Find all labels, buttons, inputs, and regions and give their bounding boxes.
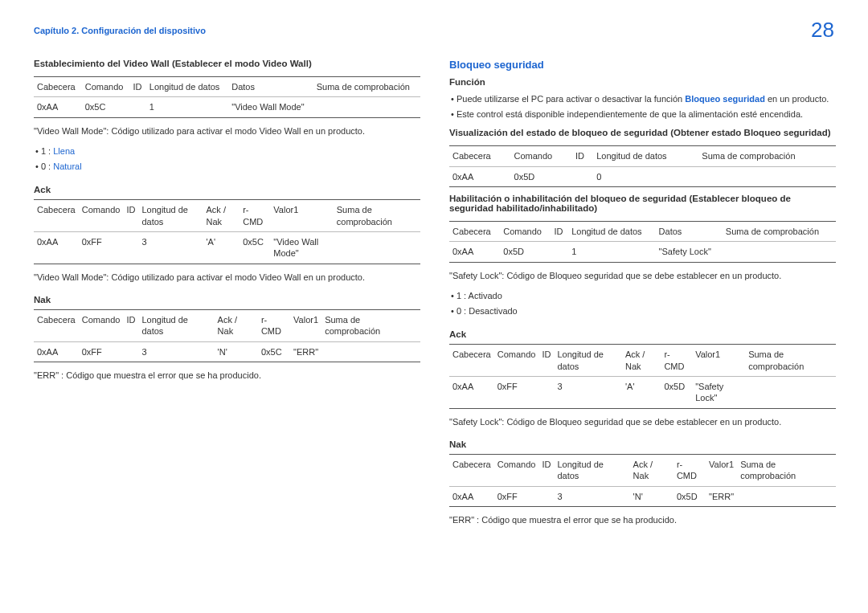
td [745, 377, 836, 409]
td: 0 [593, 166, 698, 186]
th: ID [123, 310, 138, 342]
td: 0xAA [449, 242, 500, 262]
td: 0x5C [82, 97, 130, 117]
td: 0xAA [34, 232, 79, 264]
right-title-blue: Bloqueo seguridad [449, 59, 836, 71]
table-row: 0xAA 0xFF 3 'N' 0x5D "ERR" [449, 486, 836, 506]
note-left-nak: "ERR" : Código que muestra el error que … [34, 369, 420, 382]
chapter-title: Capítulo 2. Configuración del dispositiv… [34, 26, 206, 35]
bullets-func: Puede utilizarse el PC para activar o de… [449, 92, 836, 121]
right-nak-title: Nak [449, 439, 836, 449]
td: 0x5D [500, 242, 551, 262]
td: 0xAA [449, 486, 494, 506]
td: 'A' [622, 377, 661, 409]
td: 0x5C [240, 232, 270, 264]
td [551, 242, 569, 262]
td [321, 341, 420, 362]
table-left-ack: Cabecera Comando ID Longitud de datos Ac… [34, 199, 420, 264]
list-item: Este control está disponible independien… [451, 107, 836, 122]
td: "ERR" [706, 486, 737, 506]
th: r-CMD [240, 200, 270, 232]
th: Suma de comprobación [723, 221, 836, 241]
td [334, 232, 420, 264]
td: 3 [554, 486, 629, 506]
th: Comando [79, 310, 124, 342]
td: "Safety Lock" [692, 377, 745, 409]
list-item: Puede utilizarse el PC para activar o de… [451, 92, 836, 107]
th: Suma de comprobación [313, 77, 420, 97]
th: Ack / Nak [203, 200, 240, 232]
th: Cabecera [34, 200, 79, 232]
td: 0xAA [34, 341, 79, 362]
bullets-videowall-mode: 1 : Llena 0 : Natural [34, 144, 420, 174]
th: ID [572, 146, 593, 166]
td [538, 486, 554, 506]
td [129, 97, 145, 117]
th: r-CMD [661, 345, 692, 377]
list-item: 1 : Llena [35, 144, 420, 159]
th: Comando [494, 455, 539, 487]
th: Comando [500, 221, 551, 241]
th: Cabecera [449, 146, 511, 166]
list-item: 0 : Desactivado [451, 304, 836, 319]
table-vis: Cabecera Comando ID Longitud de datos Su… [449, 145, 836, 187]
td: 'N' [630, 486, 674, 506]
td [123, 232, 138, 264]
table-row: 0xAA 0x5C 1 "Video Wall Mode" [34, 97, 420, 117]
th: Suma de comprobación [745, 345, 836, 377]
table-row: 0xAA 0xFF 3 'N' 0x5C "ERR" [34, 341, 420, 362]
th: ID [551, 221, 569, 241]
th: Comando [79, 200, 124, 232]
th: Comando [494, 345, 539, 377]
th: Valor1 [270, 200, 333, 232]
table-row: 0xAA 0x5D 0 [449, 166, 836, 186]
th: Longitud de datos [554, 345, 622, 377]
left-title-videowall-set: Establecimiento del Video Wall (Establec… [34, 59, 420, 68]
td: 0xFF [494, 377, 539, 409]
td: 0x5D [674, 486, 706, 506]
table-row: 0xAA 0xFF 3 'A' 0x5D "Safety Lock" [449, 377, 836, 409]
list-item: 1 : Activado [451, 288, 836, 304]
left-ack-title: Ack [34, 185, 420, 194]
td: 3 [138, 232, 203, 264]
th: Ack / Nak [630, 455, 674, 487]
td: 0x5D [661, 377, 692, 409]
right-hab-title: Habilitación o inhabilitación del bloque… [449, 194, 836, 213]
right-ack-title: Ack [449, 329, 836, 339]
th: Valor1 [692, 345, 745, 377]
th: Cabecera [449, 345, 494, 377]
note-left-ack: "Video Wall Mode": Código utilizado para… [34, 271, 420, 284]
th: Ack / Nak [215, 310, 258, 342]
td: 1 [568, 242, 655, 262]
td: 0xAA [449, 166, 511, 186]
th: Suma de comprobación [698, 146, 836, 166]
th: ID [538, 455, 554, 487]
th: Cabecera [34, 77, 82, 97]
th: Datos [228, 77, 313, 97]
table-row: 0xAA 0xFF 3 'A' 0x5C "Video Wall Mode" [34, 232, 420, 264]
td [572, 166, 593, 186]
td: 'A' [203, 232, 240, 264]
right-func-title: Función [449, 77, 836, 87]
left-column: Establecimiento del Video Wall (Establec… [34, 59, 420, 533]
th: Datos [656, 221, 723, 241]
td: "Video Wall Mode" [270, 232, 333, 264]
table-hab: Cabecera Comando ID Longitud de datos Da… [449, 221, 836, 263]
td: "ERR" [290, 341, 321, 362]
td: 0xFF [79, 341, 124, 362]
th: ID [538, 345, 554, 377]
right-vis-title: Visualización del estado de bloqueo de s… [449, 128, 836, 137]
th: Longitud de datos [146, 77, 228, 97]
th: r-CMD [258, 310, 290, 342]
td [698, 166, 836, 186]
th: Longitud de datos [138, 200, 203, 232]
note-videowall-mode: "Video Wall Mode": Código utilizado para… [34, 125, 420, 138]
td [313, 97, 420, 117]
th: Longitud de datos [554, 455, 629, 487]
th: Cabecera [449, 455, 494, 487]
bullets-safety: 1 : Activado 0 : Desactivado [449, 288, 836, 318]
th: Suma de comprobación [321, 310, 420, 342]
th: Suma de comprobación [737, 455, 836, 487]
page-header: Capítulo 2. Configuración del dispositiv… [0, 0, 868, 51]
th: Longitud de datos [593, 146, 698, 166]
